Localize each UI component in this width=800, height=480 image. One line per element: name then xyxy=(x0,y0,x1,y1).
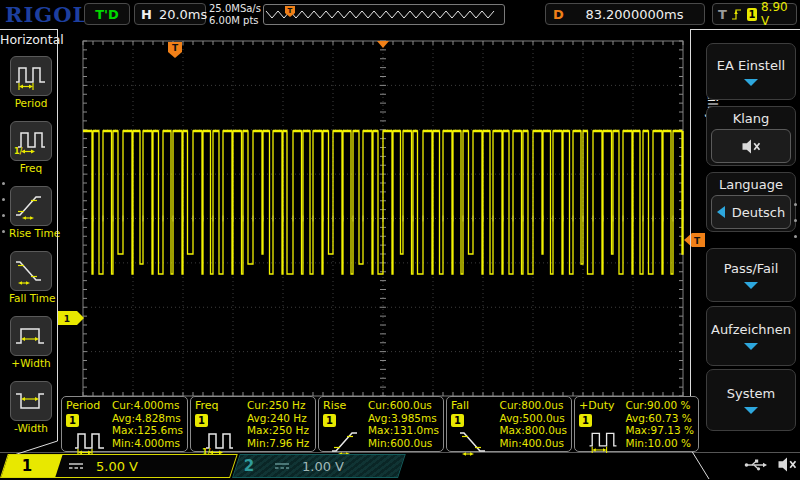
menu-item-minus-width[interactable]: -Width xyxy=(9,381,53,434)
svg-text:1: 1 xyxy=(64,314,70,324)
measurement-max: Max:97.13 % xyxy=(625,424,694,437)
channel1-number: 1 xyxy=(0,457,54,475)
measurement-name: +Duty xyxy=(579,399,623,412)
measurement-cur: Cur:250 Hz xyxy=(247,399,311,412)
menu-item-label: Language xyxy=(707,177,795,192)
horizontal-scale-value: 20.0ms xyxy=(159,7,207,22)
measurement-max: Max:125.6ms xyxy=(112,424,183,437)
channel2-tab[interactable]: 2 1.00 V xyxy=(232,454,398,478)
bottom-bar-divider xyxy=(0,452,800,453)
sound-toggle-button[interactable] xyxy=(711,129,791,163)
measurement-min: Min:400.0us xyxy=(500,437,567,450)
measurement-avg: Avg:240 Hz xyxy=(247,412,311,425)
trigger-label: T xyxy=(718,7,727,22)
measurement-panel-freq: Freq 1 1/ Cur:250 Hz Avg:240 Hz Max:250 … xyxy=(190,396,316,452)
speaker-muted-icon xyxy=(776,456,798,473)
menu-item-label: +Width xyxy=(9,357,53,369)
language-value: Deutsch xyxy=(732,205,786,220)
plus-duty-icon xyxy=(585,427,621,454)
menu-item-period[interactable]: Period xyxy=(9,56,53,109)
measurement-min: Min:600.0us xyxy=(368,437,439,450)
period-icon xyxy=(72,427,108,457)
measurement-name: Period xyxy=(66,399,110,412)
channel2-number: 2 xyxy=(232,457,266,475)
menu-item-plus-width[interactable]: +Width xyxy=(9,316,53,369)
usb-icon xyxy=(744,459,768,471)
rising-edge-icon xyxy=(731,6,743,22)
measurement-cur: Cur:90.00 % xyxy=(625,399,694,412)
measurement-panel-fall: Fall 1 Cur:800.0us Avg:500.0us Max:800.0… xyxy=(446,396,572,452)
measurement-min: Min:10.00 % xyxy=(625,437,694,450)
chevron-down-icon xyxy=(744,79,758,86)
channel-badge: 1 xyxy=(323,414,336,427)
dc-coupling-dim-icon xyxy=(272,460,292,472)
menu-item-label: Fall Time xyxy=(9,292,53,304)
period-icon xyxy=(10,56,52,96)
measurement-avg: Avg:4.828ms xyxy=(112,412,183,425)
trigger-settings-box[interactable]: T 1 8.90 V xyxy=(712,3,797,25)
menu-item-language[interactable]: Language Deutsch xyxy=(706,172,796,232)
horizontal-label: H xyxy=(141,7,152,22)
fall-time-icon xyxy=(457,427,493,457)
measurement-avg: Avg:60.73 % xyxy=(625,412,694,425)
sample-rate: 25.0MSa/s xyxy=(209,3,261,15)
waveform-overview[interactable]: T xyxy=(263,4,505,25)
measurement-min: Min:4.000ms xyxy=(112,437,183,450)
menu-item-label: EA Einstell xyxy=(717,58,785,73)
chevron-left-icon xyxy=(717,206,725,218)
menu-item-pass-fail[interactable]: Pass/Fail xyxy=(706,248,796,302)
language-select-button[interactable]: Deutsch xyxy=(711,195,791,229)
channel-badge: 1 xyxy=(451,414,464,427)
measurement-panel-rise: Rise 1 Cur:600.0us Avg:3.985ms Max:131.0… xyxy=(318,396,444,452)
menu-item-system[interactable]: System xyxy=(706,369,796,431)
channel1-tab[interactable]: 1 5.00 V xyxy=(0,454,230,478)
menu-item-label: Period xyxy=(9,97,53,109)
measurement-name: Fall xyxy=(451,399,498,412)
measurement-cur: Cur:4.000ms xyxy=(112,399,183,412)
measurement-panel-duty: +Duty 1 Cur:90.00 % Avg:60.73 % Max:97.1… xyxy=(574,396,699,452)
menu-item-freq[interactable]: 1/ Freq xyxy=(9,121,53,174)
right-menu-scroll-dots xyxy=(794,203,797,251)
menu-item-rise-time[interactable]: Rise Time xyxy=(9,186,53,239)
dc-coupling-icon xyxy=(66,460,86,472)
measurement-name: Rise xyxy=(323,399,366,412)
measurement-avg: Avg:500.0us xyxy=(500,412,567,425)
left-menu-scroll-dots xyxy=(2,182,5,246)
trigger-delay-box[interactable]: D 83.2000000ms xyxy=(545,3,705,25)
rigol-logo: RIGOL xyxy=(5,2,88,27)
speaker-muted-icon xyxy=(740,138,762,155)
menu-item-label: Freq xyxy=(9,162,53,174)
menu-item-label: -Width xyxy=(9,422,53,434)
chevron-down-icon xyxy=(744,343,758,350)
acquisition-info: 25.0MSa/s 6.00M pts xyxy=(209,3,261,26)
horizontal-scale-box[interactable]: H 20.0ms xyxy=(134,3,206,25)
chevron-down-icon xyxy=(744,282,758,289)
menu-item-ea-einstell[interactable]: EA Einstell xyxy=(706,43,796,100)
measurement-max: Max:800.0us xyxy=(500,424,567,437)
left-menu-title: Horizontal xyxy=(0,32,57,47)
measurement-max: Max:250 Hz xyxy=(247,424,311,437)
menu-item-fall-time[interactable]: Fall Time xyxy=(9,251,53,304)
menu-item-label: Pass/Fail xyxy=(724,261,779,276)
chevron-down-icon xyxy=(744,407,758,414)
svg-text:T: T xyxy=(694,236,701,246)
minus-width-icon xyxy=(10,381,52,421)
freq-icon: 1/ xyxy=(201,427,237,457)
measurement-cur: Cur:800.0us xyxy=(500,399,567,412)
status-icons xyxy=(744,456,798,473)
measurement-name: Freq xyxy=(195,399,245,412)
plus-width-icon xyxy=(10,316,52,356)
measurement-min: Min:7.96 Hz xyxy=(247,437,311,450)
channel-badge: 1 xyxy=(66,414,79,427)
measurement-cur: Cur:600.0us xyxy=(368,399,439,412)
delay-label: D xyxy=(553,7,564,22)
svg-text:T: T xyxy=(288,7,293,15)
memory-depth: 6.00M pts xyxy=(209,15,261,27)
measurement-max: Max:131.0ms xyxy=(368,424,439,437)
menu-item-klang[interactable]: Klang xyxy=(706,106,796,166)
trigger-level-value: 8.90 V xyxy=(761,0,791,28)
svg-text:T: T xyxy=(172,43,179,53)
channel-badge: 1 xyxy=(579,414,592,427)
menu-item-aufzeichnen[interactable]: Aufzeichnen xyxy=(706,306,796,366)
measurement-panel-period: Period 1 Cur:4.000ms Avg:4.828ms Max:125… xyxy=(61,396,188,452)
